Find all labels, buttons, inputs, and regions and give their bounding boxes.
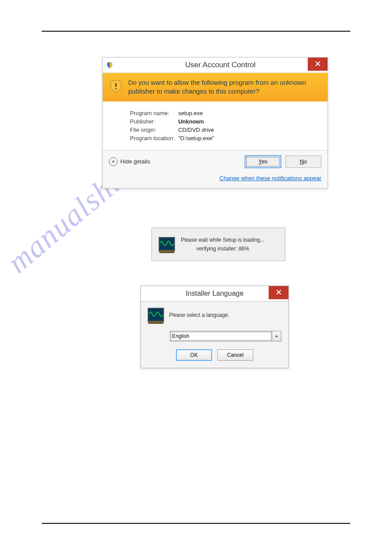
ok-button[interactable]: OK: [176, 349, 212, 361]
language-prompt: Please select a language.: [169, 312, 229, 318]
loading-line-1: Please wait while Setup is loading...: [181, 237, 265, 243]
uac-footer: Hide details Yes No Change when these no…: [103, 150, 327, 188]
cancel-button[interactable]: Cancel: [217, 349, 253, 361]
uac-question: Do you want to allow the following progr…: [128, 78, 321, 96]
page-rule-bottom: [42, 523, 350, 524]
label-file-origin: File origin:: [130, 126, 177, 134]
value-program-name: setup.exe: [178, 109, 217, 117]
svg-rect-1: [115, 83, 117, 87]
shield-icon: [106, 62, 113, 69]
chevron-up-icon: [109, 157, 118, 166]
loading-line-2: verifying installer: 86%: [181, 246, 265, 252]
chevron-down-icon: [275, 332, 278, 340]
language-titlebar[interactable]: Installer Language: [141, 286, 288, 301]
language-title: Installer Language: [141, 290, 288, 297]
language-dialog: Installer Language Please select a langu…: [140, 286, 289, 368]
label-program-name: Program name:: [130, 109, 177, 117]
page-rule-top: [42, 31, 350, 32]
value-publisher: Unknown: [178, 118, 217, 125]
installer-icon: [148, 308, 164, 322]
label-program-location: Program location:: [130, 134, 177, 142]
hide-details-toggle[interactable]: Hide details: [109, 157, 150, 166]
uac-title: User Account Control: [113, 61, 327, 69]
change-notifications-link[interactable]: Change when these notifications appear: [219, 175, 321, 181]
uac-details: Program name: setup.exe Publisher: Unkno…: [103, 102, 327, 150]
uac-banner: Do you want to allow the following progr…: [103, 73, 327, 102]
value-file-origin: CD/DVD drive: [178, 126, 217, 134]
yes-button[interactable]: Yes: [245, 156, 281, 168]
dropdown-button[interactable]: [272, 331, 281, 341]
close-button[interactable]: [269, 286, 288, 299]
close-icon: [276, 289, 281, 296]
close-button[interactable]: [308, 58, 327, 71]
value-program-location: "D:\setup.exe": [178, 134, 217, 142]
label-publisher: Publisher:: [130, 118, 177, 125]
language-select[interactable]: English: [170, 331, 272, 341]
close-icon: [315, 61, 320, 68]
uac-dialog: User Account Control Do you want to allo…: [102, 57, 328, 189]
hide-details-label: Hide details: [120, 158, 150, 165]
uac-titlebar[interactable]: User Account Control: [103, 58, 327, 73]
svg-point-0: [115, 88, 116, 89]
installer-icon: [159, 237, 175, 251]
setup-loading-box: Please wait while Setup is loading... ve…: [151, 228, 285, 261]
no-button[interactable]: No: [285, 156, 321, 168]
shield-warning-icon: [109, 79, 123, 93]
